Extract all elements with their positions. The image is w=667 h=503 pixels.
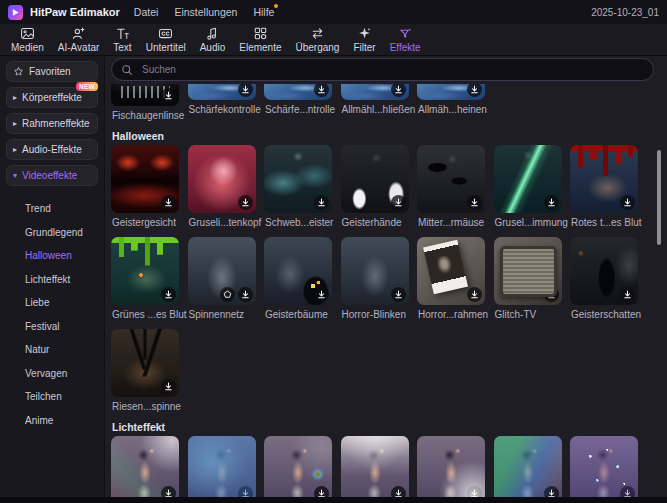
search-bar[interactable] (111, 58, 654, 81)
download-icon[interactable] (544, 287, 559, 302)
menu-einstellungen[interactable]: Einstellungen (174, 6, 237, 18)
sidebar-subitem-grundlegend[interactable]: Grundlegend (25, 221, 104, 245)
effect-card-geisterhaende[interactable]: Geisterhände (341, 145, 409, 228)
effect-card-schweb-geister[interactable]: Schweb...eister (264, 145, 332, 228)
tab-label: Elemente (239, 42, 281, 53)
effect-thumbnail (264, 237, 332, 305)
vertical-scrollbar[interactable] (657, 150, 661, 245)
download-icon[interactable] (467, 287, 482, 302)
sidebar-subitem-liebe[interactable]: Liebe (25, 291, 104, 315)
download-icon[interactable] (238, 195, 253, 210)
sidebar-item-audio-effekte[interactable]: ▸Audio-Effekte (6, 139, 98, 160)
effect-card-licht-5[interactable] (417, 436, 485, 497)
download-icon[interactable] (161, 486, 176, 497)
effect-card-schaerfe-ntrolle[interactable]: Schärfe...ntrolle (264, 84, 332, 121)
download-icon[interactable] (544, 486, 559, 497)
download-icon[interactable] (620, 486, 635, 497)
effect-card-gruenes-blut[interactable]: Grünes ...es Blut (111, 237, 179, 320)
search-input[interactable] (140, 63, 340, 76)
download-icon[interactable] (467, 486, 482, 497)
effect-card-rotes-blut[interactable]: Rotes t...es Blut (570, 145, 638, 228)
effect-card-licht-1[interactable] (111, 436, 179, 497)
effect-card-geisterbaeume[interactable]: Geisterbäume (264, 237, 332, 320)
effect-card-geisterschatten[interactable]: Geisterschatten (570, 237, 638, 320)
sidebar-subitem-trend[interactable]: Trend (25, 197, 104, 221)
effect-card-allmaeh-heinen[interactable]: Allmäh...heinen (417, 84, 485, 121)
effect-card-fischaugenlinse[interactable]: Fischaugenlinse (111, 84, 179, 121)
download-icon[interactable] (161, 88, 176, 103)
effect-thumbnail (570, 237, 638, 305)
tab-label: Untertitel (146, 42, 186, 53)
download-icon[interactable] (391, 195, 406, 210)
sidebar-item-videoeffekte[interactable]: ▾Videoeffekte (6, 165, 98, 186)
download-icon[interactable] (314, 195, 329, 210)
sidebar-subitem-halloween[interactable]: Halloween (25, 244, 104, 268)
download-icon[interactable] (161, 379, 176, 394)
effect-card-grusel-totenkopf[interactable]: Gruseli...tenkopf (188, 145, 256, 228)
effect-card-schaerfekontrolle[interactable]: Schärfekontrolle (188, 84, 256, 121)
section-title: Halloween (112, 130, 654, 142)
tab-effekte[interactable]: Effekte (383, 24, 428, 55)
menu-hilfe[interactable]: Hilfe (253, 6, 274, 18)
sidebar-item-favoriten[interactable]: Favoriten (6, 61, 98, 82)
sidebar-item-rahmeneffekte[interactable]: ▸Rahmeneffekte (6, 113, 98, 134)
download-icon[interactable] (391, 84, 406, 97)
sidebar-subitem-natur[interactable]: Natur (25, 338, 104, 362)
effect-label: Spinnennetz (189, 309, 256, 320)
download-icon[interactable] (391, 486, 406, 497)
tab-medien[interactable]: Medien (4, 24, 51, 55)
effect-card-licht-4[interactable] (341, 436, 409, 497)
sidebar-subitem-festival[interactable]: Festival (25, 315, 104, 339)
effect-card-licht-3[interactable] (264, 436, 332, 497)
sidebar-subitem-lichteffekt[interactable]: Lichteffekt (25, 268, 104, 292)
tab-audio[interactable]: Audio (193, 24, 233, 55)
body-row: Favoriten▸KörpereffekteNEW▸Rahmeneffekte… (0, 56, 667, 497)
favorite-icon[interactable] (220, 287, 235, 302)
effect-card-spinnennetz[interactable]: Spinnennetz (188, 237, 256, 320)
tab-ai-avatar[interactable]: AI-Avatar (51, 24, 107, 55)
download-icon[interactable] (314, 287, 329, 302)
sidebar-subitem-vervagen[interactable]: Vervagen (25, 362, 104, 386)
download-icon[interactable] (161, 287, 176, 302)
download-icon[interactable] (544, 195, 559, 210)
effect-card-riesen-spinne[interactable]: Riesen...spinne (111, 329, 179, 412)
effect-card-geistergesicht[interactable]: Geistergesicht (111, 145, 179, 228)
effect-card-mitter-rmaeuse[interactable]: Mitter...rmäuse (417, 145, 485, 228)
sidebar-item-koerpereffekte[interactable]: ▸KörpereffekteNEW (6, 87, 98, 108)
effect-card-grusel-immung[interactable]: Grusel...immung (494, 145, 562, 228)
tab-uebergang[interactable]: Übergang (289, 24, 347, 55)
sidebar-item-label: Favoriten (29, 66, 71, 77)
effect-thumbnail (111, 237, 179, 305)
effect-card-licht-2[interactable] (188, 436, 256, 497)
download-icon[interactable] (238, 84, 253, 97)
download-icon[interactable] (620, 195, 635, 210)
effect-thumbnail (417, 145, 485, 213)
effect-card-horror-rahmen[interactable]: Horror...rahmen (417, 237, 485, 320)
tab-untertitel[interactable]: Untertitel (139, 24, 193, 55)
download-icon[interactable] (161, 195, 176, 210)
effect-card-glitch-tv[interactable]: Glitch-TV (494, 237, 562, 320)
sidebar-subitem-teilchen[interactable]: Teilchen (25, 385, 104, 409)
effects-grid (111, 436, 654, 497)
download-icon[interactable] (238, 486, 253, 497)
sidebar-item-label: Rahmeneffekte (22, 118, 90, 129)
download-icon[interactable] (391, 287, 406, 302)
tab-elemente[interactable]: Elemente (232, 24, 288, 55)
download-icon[interactable] (238, 287, 253, 302)
image-icon (20, 26, 35, 41)
download-icon[interactable] (467, 84, 482, 97)
download-icon[interactable] (314, 84, 329, 97)
app-title: HitPaw Edimakor (30, 6, 120, 18)
effect-card-licht-6[interactable] (494, 436, 562, 497)
effect-card-allmaehl-hliessen[interactable]: Allmähl...hließen (341, 84, 409, 121)
effect-card-horror-blinken[interactable]: Horror-Blinken (341, 237, 409, 320)
effect-card-licht-7[interactable] (570, 436, 638, 497)
sidebar-item-label: Körpereffekte (22, 92, 82, 103)
sidebar-subitem-anime[interactable]: Anime (25, 409, 104, 433)
menu-datei[interactable]: Datei (134, 6, 159, 18)
tab-text[interactable]: Text (106, 24, 138, 55)
download-icon[interactable] (314, 486, 329, 497)
download-icon[interactable] (467, 195, 482, 210)
tab-filter[interactable]: Filter (346, 24, 382, 55)
download-icon[interactable] (620, 287, 635, 302)
